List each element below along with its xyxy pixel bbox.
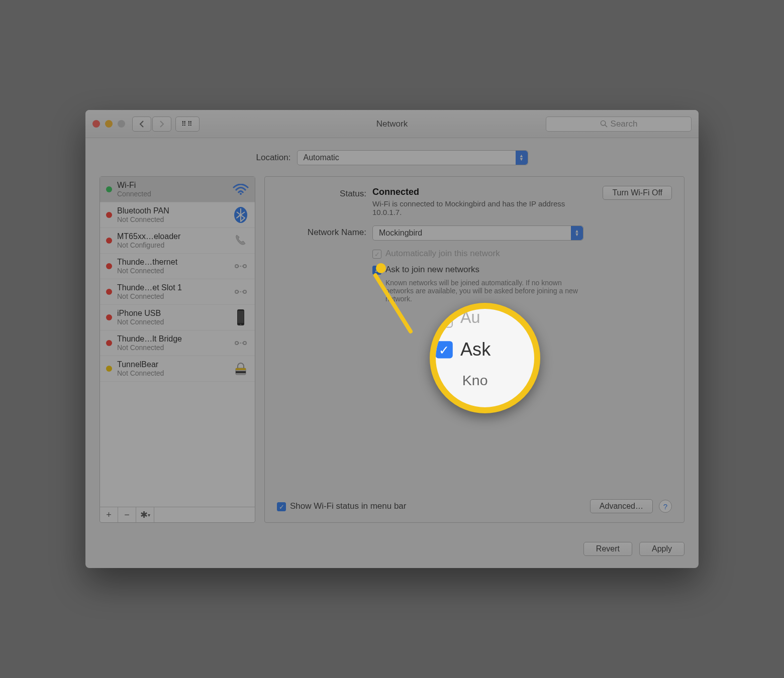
traffic-lights: [92, 120, 125, 128]
thunderbolt-icon: [232, 337, 250, 349]
sidebar-item-thunde-lt-bridge[interactable]: Thunde…lt BridgeNot Connected: [100, 330, 255, 356]
interface-status: Connected: [117, 190, 232, 198]
forward-button[interactable]: [152, 117, 171, 132]
svg-line-1: [605, 125, 607, 127]
turn-wifi-off-button[interactable]: Turn Wi-Fi Off: [603, 186, 672, 200]
status-dot-icon: [106, 289, 112, 295]
location-select[interactable]: Automatic ▲▼: [297, 150, 528, 165]
show-wifi-status-checkbox[interactable]: ✓: [277, 502, 286, 511]
show-all-button[interactable]: ⠿⠿: [175, 117, 200, 132]
network-name-label: Network Name:: [277, 225, 372, 309]
mag-auto-label: Au: [460, 309, 480, 328]
interface-status: Not Connected: [117, 215, 232, 223]
auto-join-label: Automatically join this network: [385, 249, 500, 259]
status-dot-icon: [106, 314, 112, 320]
network-name-value: Mockingbird: [379, 229, 422, 238]
interface-name: iPhone USB: [117, 309, 232, 318]
sidebar-item-tunnelbear[interactable]: TunnelBearNot Connected: [100, 356, 255, 382]
search-input[interactable]: Search: [546, 117, 692, 132]
window-title: Network: [376, 119, 408, 129]
sidebar-item-iphone-usb[interactable]: iPhone USBNot Connected: [100, 305, 255, 330]
gear-icon: ✱: [140, 509, 148, 520]
interfaces-sidebar: Wi-FiConnectedBluetooth PANNot Connected…: [100, 176, 255, 523]
mag-known-text: Kno: [462, 372, 540, 388]
magnifier-callout: ✓ Au ✓ Ask Kno: [430, 303, 540, 413]
sidebar-item-wi-fi[interactable]: Wi-FiConnected: [100, 177, 255, 202]
advanced-button[interactable]: Advanced…: [590, 499, 653, 513]
interface-status: Not Connected: [117, 369, 232, 377]
svg-rect-18: [236, 371, 246, 373]
stepper-arrows-icon: ▲▼: [516, 151, 528, 165]
interface-name: Bluetooth PAN: [117, 206, 232, 215]
interface-name: Thunde…et Slot 1: [117, 283, 232, 292]
status-dot-icon: [106, 340, 112, 346]
back-button[interactable]: [132, 117, 151, 132]
stepper-arrows-icon: ▲▼: [571, 226, 583, 240]
svg-point-0: [601, 121, 605, 125]
ask-join-label: Ask to join new networks: [385, 265, 479, 275]
mag-ask-checkbox-icon: ✓: [436, 341, 453, 358]
sidebar-item-mt65xx-eloader[interactable]: MT65xx…eloaderNot Configured: [100, 228, 255, 254]
gear-menu-button[interactable]: ✱▾: [136, 507, 154, 522]
interface-name: MT65xx…eloader: [117, 232, 232, 241]
interface-status: Not Connected: [117, 292, 232, 300]
svg-point-12: [240, 324, 242, 325]
status-dot-icon: [106, 263, 112, 269]
close-window-button[interactable]: [92, 120, 100, 128]
ask-join-help-text: Known networks will be joined automatica…: [385, 279, 581, 303]
sidebar-item-bluetooth-pan[interactable]: Bluetooth PANNot Connected: [100, 202, 255, 228]
interface-status: Not Connected: [117, 267, 232, 275]
network-name-select[interactable]: Mockingbird ▲▼: [372, 225, 583, 241]
zoom-window-button[interactable]: [118, 120, 125, 128]
callout-anchor: [376, 263, 386, 273]
svg-rect-11: [238, 311, 244, 323]
bluetooth-icon: [232, 206, 250, 223]
interface-name: Thunde…thernet: [117, 258, 232, 267]
svg-point-13: [235, 342, 238, 345]
thunderbolt-icon: [232, 286, 250, 297]
interface-name: TunnelBear: [117, 360, 232, 369]
titlebar: ⠿⠿ Network Search: [85, 110, 699, 138]
show-wifi-status-label: Show Wi-Fi status in menu bar: [290, 501, 406, 511]
iphone-icon: [232, 309, 250, 326]
revert-button[interactable]: Revert: [583, 542, 632, 556]
svg-point-8: [243, 290, 246, 293]
svg-point-5: [243, 265, 246, 268]
thunderbolt-icon: [232, 261, 250, 272]
status-dot-icon: [106, 186, 112, 192]
svg-point-7: [235, 290, 238, 293]
remove-interface-button[interactable]: −: [118, 507, 136, 522]
status-description: Wi-Fi is connected to Mockingbird and ha…: [372, 199, 594, 216]
mag-ask-label: Ask: [460, 339, 491, 360]
search-icon: [600, 120, 608, 128]
interface-name: Wi-Fi: [117, 181, 232, 190]
status-dot-icon: [106, 366, 112, 372]
location-label: Location:: [256, 153, 291, 163]
interface-name: Thunde…lt Bridge: [117, 334, 232, 344]
status-label: Status:: [277, 187, 372, 216]
lock-icon: [232, 361, 250, 376]
sidebar-item-thunde-et-slot-1[interactable]: Thunde…et Slot 1Not Connected: [100, 279, 255, 305]
auto-join-checkbox: ✓: [372, 250, 381, 259]
minimize-window-button[interactable]: [105, 120, 113, 128]
add-interface-button[interactable]: +: [100, 507, 118, 522]
status-dot-icon: [106, 238, 112, 244]
svg-point-2: [240, 193, 242, 195]
svg-rect-17: [236, 368, 246, 370]
interface-status: Not Connected: [117, 344, 232, 352]
location-value: Automatic: [304, 153, 339, 162]
status-dot-icon: [106, 212, 112, 218]
svg-point-14: [243, 342, 246, 345]
svg-point-4: [235, 265, 238, 268]
interface-status: Not Connected: [117, 318, 232, 326]
interface-status: Not Configured: [117, 241, 232, 249]
search-placeholder: Search: [611, 119, 638, 129]
help-button[interactable]: ?: [659, 500, 672, 513]
phone-icon: [232, 233, 250, 248]
network-preferences-window: ⠿⠿ Network Search Location: Automatic ▲▼…: [85, 110, 699, 568]
sidebar-item-thunde-thernet[interactable]: Thunde…thernetNot Connected: [100, 254, 255, 279]
wifi-icon: [232, 184, 250, 195]
apply-button[interactable]: Apply: [639, 542, 684, 556]
